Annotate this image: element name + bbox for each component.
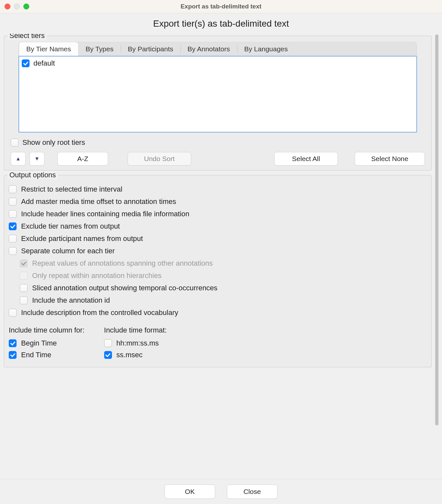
output-options-legend: Output options: [7, 171, 58, 179]
tab-label: By Languages: [244, 45, 288, 53]
ok-button[interactable]: OK: [165, 485, 215, 499]
tab-by-participants[interactable]: By Participants: [121, 42, 180, 56]
opt-format-hhmmss[interactable]: hh:mm:ss.ms: [104, 339, 167, 347]
titlebar: Export as tab-delimited text: [0, 0, 442, 13]
output-options-list: Restrict to selected time interval Add m…: [9, 185, 427, 317]
tier-filter-tabs: By Tier Names By Types By Participants B…: [18, 42, 417, 56]
tier-list[interactable]: default: [18, 56, 417, 132]
checkbox[interactable]: [9, 235, 17, 243]
button-label: OK: [185, 488, 195, 496]
option-label: Add master media time offset to annotati…: [21, 197, 176, 206]
option-label: Exclude participant names from output: [21, 234, 143, 243]
opt-format-ssmsec[interactable]: ss.msec: [104, 351, 167, 359]
show-only-root-row[interactable]: Show only root tiers: [11, 138, 425, 147]
button-label: Select All: [292, 155, 320, 163]
opt-begin-time[interactable]: Begin Time: [9, 339, 85, 347]
tab-by-languages[interactable]: By Languages: [237, 42, 295, 56]
checkbox[interactable]: [9, 309, 17, 317]
zoom-window-icon[interactable]: [23, 4, 29, 9]
tier-row[interactable]: default: [22, 58, 414, 68]
dialog-footer: OK Close: [0, 479, 442, 504]
opt-exclude-tier-names[interactable]: Exclude tier names from output: [9, 222, 427, 231]
tab-label: By Participants: [128, 45, 173, 53]
vertical-scrollbar[interactable]: [434, 34, 439, 479]
checkbox: [20, 259, 28, 267]
checkbox[interactable]: [9, 198, 17, 206]
opt-sliced-output[interactable]: Sliced annotation output showing tempora…: [20, 284, 427, 292]
opt-exclude-participant-names[interactable]: Exclude participant names from output: [9, 234, 427, 243]
option-label: Begin Time: [21, 339, 57, 347]
select-tiers-group: Select tiers By Tier Names By Types By P…: [4, 36, 432, 170]
tab-label: By Annotators: [188, 45, 230, 53]
output-options-group: Output options Restrict to selected time…: [4, 175, 432, 367]
checkbox[interactable]: [104, 339, 112, 347]
chevron-up-icon: ▲: [16, 156, 21, 161]
tab-label: By Tier Names: [26, 45, 71, 53]
opt-restrict-interval[interactable]: Restrict to selected time interval: [9, 185, 427, 194]
sort-az-button[interactable]: A-Z: [57, 152, 108, 166]
option-label: Include the annotation id: [32, 296, 110, 305]
button-label: Close: [243, 488, 261, 496]
scrollbar-track[interactable]: [434, 34, 439, 479]
time-format-section: Include time format: hh:mm:ss.ms ss.msec: [104, 326, 167, 362]
tier-checkbox[interactable]: [22, 59, 30, 67]
option-label: Include description from the controlled …: [21, 309, 178, 317]
option-label: Include header lines containing media fi…: [21, 210, 190, 218]
opt-include-header-lines[interactable]: Include header lines containing media fi…: [9, 210, 427, 218]
button-label: Undo Sort: [144, 155, 175, 163]
checkbox[interactable]: [9, 339, 17, 347]
checkbox[interactable]: [9, 222, 17, 230]
option-label: Exclude tier names from output: [21, 222, 120, 231]
checkbox[interactable]: [20, 296, 28, 304]
option-label: End Time: [21, 351, 51, 359]
option-label: hh:mm:ss.ms: [117, 339, 159, 347]
checkbox[interactable]: [9, 351, 17, 359]
main-content: Select tiers By Tier Names By Types By P…: [3, 34, 434, 479]
tab-by-types[interactable]: By Types: [79, 42, 121, 56]
opt-only-repeat-hierarchies: Only repeat within annotation hierarchie…: [20, 271, 427, 280]
window-controls: [5, 4, 29, 9]
checkbox[interactable]: [9, 210, 17, 218]
opt-add-master-offset[interactable]: Add master media time offset to annotati…: [9, 197, 427, 206]
option-label: ss.msec: [117, 351, 143, 359]
undo-sort-button[interactable]: Undo Sort: [128, 152, 191, 166]
checkbox[interactable]: [104, 351, 112, 359]
checkbox: [20, 272, 28, 280]
tier-label: default: [33, 59, 55, 68]
tab-by-annotators[interactable]: By Annotators: [180, 42, 237, 56]
time-columns-section: Include time column for: Begin Time End …: [9, 326, 85, 362]
select-tiers-legend: Select tiers: [7, 34, 47, 40]
tab-by-tier-names[interactable]: By Tier Names: [19, 42, 79, 56]
option-label: Restrict to selected time interval: [21, 185, 122, 194]
move-up-button[interactable]: ▲: [11, 152, 26, 166]
select-none-button[interactable]: Select None: [355, 152, 425, 166]
opt-repeat-values: Repeat values of annotations spanning ot…: [20, 259, 427, 268]
scrollbar-thumb[interactable]: [435, 34, 438, 425]
checkbox[interactable]: [9, 185, 17, 193]
option-label: Separate column for each tier: [21, 247, 115, 255]
window-title: Export as tab-delimited text: [0, 3, 442, 10]
time-format-header: Include time format:: [104, 326, 167, 334]
chevron-down-icon: ▼: [34, 156, 40, 161]
close-button[interactable]: Close: [227, 485, 277, 499]
checkbox[interactable]: [20, 284, 28, 292]
opt-include-annotation-id[interactable]: Include the annotation id: [20, 296, 427, 305]
time-columns-header: Include time column for:: [9, 326, 85, 334]
opt-end-time[interactable]: End Time: [9, 351, 85, 359]
button-label: A-Z: [77, 155, 88, 163]
option-label: Only repeat within annotation hierarchie…: [32, 271, 162, 280]
close-window-icon[interactable]: [5, 4, 10, 9]
select-all-button[interactable]: Select All: [274, 152, 338, 166]
checkbox[interactable]: [9, 247, 17, 255]
page-subtitle: Export tier(s) as tab-delimited text: [0, 13, 442, 33]
show-only-root-checkbox[interactable]: [11, 139, 18, 146]
opt-separate-column-per-tier[interactable]: Separate column for each tier: [9, 247, 427, 255]
move-down-button[interactable]: ▼: [30, 152, 44, 166]
option-label: Repeat values of annotations spanning ot…: [32, 259, 213, 268]
button-label: Select None: [371, 155, 408, 163]
option-label: Sliced annotation output showing tempora…: [32, 284, 217, 292]
show-only-root-label: Show only root tiers: [22, 138, 85, 147]
minimize-window-icon: [14, 4, 20, 9]
opt-include-cv-description[interactable]: Include description from the controlled …: [9, 309, 427, 317]
tab-label: By Types: [86, 45, 114, 53]
